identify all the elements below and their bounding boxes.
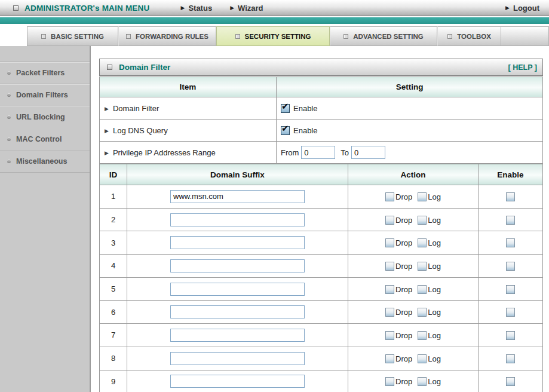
enable-checkbox[interactable] [506, 331, 515, 340]
sidebar-item-mac-control[interactable]: MAC Control [0, 128, 90, 151]
row-id: 5 [100, 277, 127, 301]
drop-checkbox[interactable] [385, 354, 394, 363]
arrow-right-icon: ▶ [105, 128, 109, 134]
enable-checkbox[interactable] [506, 308, 515, 317]
log-checkbox[interactable] [418, 285, 427, 294]
drop-checkbox[interactable] [385, 285, 394, 294]
sidebar-item-domain-filters[interactable]: Domain Filters [0, 84, 90, 106]
table-row: 2 DropLog [100, 208, 543, 231]
page-title: Domain Filter [119, 63, 170, 72]
enable-label: Enable [293, 126, 317, 135]
domain-suffix-input[interactable] [170, 329, 305, 342]
log-label: Log [428, 216, 441, 225]
tab-security-setting[interactable]: SECURITY SETTING [216, 26, 330, 46]
bullet-icon [7, 115, 11, 119]
drop-checkbox[interactable] [385, 192, 394, 201]
drop-label: Drop [395, 377, 412, 386]
drop-checkbox[interactable] [385, 262, 394, 271]
enable-checkbox[interactable] [506, 285, 515, 294]
column-header-setting: Setting [277, 77, 543, 97]
domain-suffix-input[interactable] [170, 190, 305, 203]
enable-checkbox[interactable] [506, 354, 515, 363]
sidebar-item-miscellaneous[interactable]: Miscellaneous [0, 151, 90, 173]
tab-square-icon [126, 34, 131, 39]
admin-menu-title: ADMINISTRATOR's MAIN MENU [24, 4, 149, 13]
log-label: Log [428, 238, 441, 247]
column-header-item: Item [100, 77, 277, 97]
arrow-right-icon: ▶ [505, 5, 510, 11]
domain-suffix-input[interactable] [170, 352, 305, 365]
domain-suffix-input[interactable] [170, 283, 305, 296]
tab-label: ADVANCED SETTING [353, 33, 423, 40]
log-checkbox[interactable] [418, 238, 427, 247]
log-dns-enable-checkbox[interactable] [281, 126, 290, 135]
log-checkbox[interactable] [418, 377, 427, 386]
enable-checkbox[interactable] [506, 262, 515, 271]
log-checkbox[interactable] [418, 331, 427, 340]
sidebar: Packet Filters Domain Filters URL Blocki… [0, 46, 91, 392]
tab-square-icon [235, 34, 240, 39]
row-id: 9 [100, 370, 127, 392]
tab-square-icon [447, 34, 452, 39]
sidebar-item-url-blocking[interactable]: URL Blocking [0, 106, 90, 128]
log-checkbox[interactable] [418, 354, 427, 363]
domain-suffix-input[interactable] [170, 305, 305, 318]
row-id: 6 [100, 301, 127, 324]
tab-basic-setting[interactable]: BASIC SETTING [27, 26, 118, 46]
to-label: To [341, 148, 349, 157]
drop-checkbox[interactable] [385, 216, 394, 225]
drop-checkbox[interactable] [385, 377, 394, 386]
help-link[interactable]: [ HELP ] [508, 63, 537, 72]
log-label: Log [428, 285, 441, 294]
domain-suffix-table: ID Domain Suffix Action Enable 1 DropLog… [99, 164, 543, 392]
log-label: Log [428, 262, 441, 271]
status-menu-item[interactable]: ▶ Status [180, 4, 212, 13]
sidebar-item-label: Domain Filters [16, 91, 68, 99]
arrow-right-icon: ▶ [105, 150, 109, 156]
domain-suffix-input[interactable] [170, 213, 305, 226]
privilege-ip-to-input[interactable] [351, 146, 385, 159]
enable-checkbox[interactable] [506, 216, 515, 225]
tab-forwarding-rules[interactable]: FORWARDING RULES [118, 26, 216, 46]
setting-label: Domain Filter [113, 104, 159, 113]
domain-suffix-input[interactable] [170, 259, 305, 272]
enable-label: Enable [293, 104, 317, 113]
privilege-ip-from-input[interactable] [301, 146, 335, 159]
settings-table: Item Setting ▶Domain Filter Enable ▶Log … [99, 76, 543, 164]
enable-checkbox[interactable] [506, 192, 515, 201]
row-id: 2 [100, 208, 127, 231]
log-checkbox[interactable] [418, 192, 427, 201]
log-checkbox[interactable] [418, 216, 427, 225]
row-id: 8 [100, 347, 127, 370]
log-label: Log [428, 331, 441, 340]
tab-label: BASIC SETTING [51, 33, 104, 40]
row-id: 4 [100, 255, 127, 278]
log-label: Log [428, 308, 441, 317]
enable-checkbox[interactable] [506, 377, 515, 386]
column-header-id: ID [100, 164, 127, 185]
sidebar-item-packet-filters[interactable]: Packet Filters [0, 62, 90, 84]
tab-advanced-setting[interactable]: ADVANCED SETTING [330, 26, 437, 46]
domain-suffix-input[interactable] [170, 375, 305, 388]
table-row-privilege-ip-range: ▶Privilege IP Addresses Range FromTo [100, 142, 543, 164]
drop-checkbox[interactable] [385, 238, 394, 247]
enable-checkbox[interactable] [506, 238, 515, 247]
table-row: 7 DropLog [100, 324, 543, 347]
domain-suffix-input[interactable] [170, 236, 305, 249]
wizard-menu-item[interactable]: ▶ Wizard [230, 4, 263, 13]
row-id: 7 [100, 324, 127, 347]
sidebar-spacer [0, 46, 90, 62]
log-checkbox[interactable] [418, 308, 427, 317]
logout-menu-item[interactable]: ▶ Logout [505, 4, 539, 13]
content-area: Item Setting ▶Domain Filter Enable ▶Log … [99, 76, 543, 392]
row-id: 3 [100, 231, 127, 255]
drop-label: Drop [395, 354, 412, 363]
domain-filter-enable-checkbox[interactable] [281, 104, 290, 113]
drop-checkbox[interactable] [385, 308, 394, 317]
table-row: 1 DropLog [100, 185, 543, 209]
table-row: 5 DropLog [100, 277, 543, 301]
drop-checkbox[interactable] [385, 331, 394, 340]
log-checkbox[interactable] [418, 262, 427, 271]
tab-toolbox[interactable]: TOOLBOX [437, 26, 501, 46]
bullet-icon [7, 160, 11, 163]
